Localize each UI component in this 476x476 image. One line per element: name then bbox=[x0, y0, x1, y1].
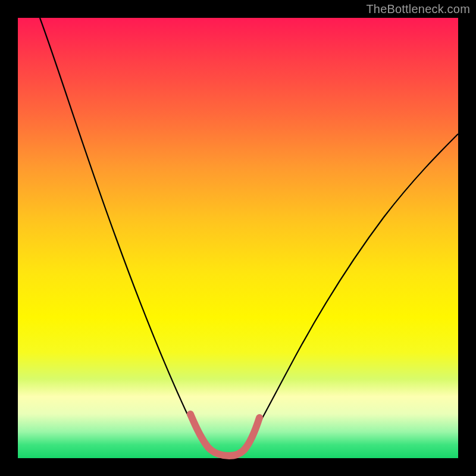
watermark-text: TheBottleneck.com bbox=[366, 2, 470, 16]
plot-area bbox=[18, 18, 458, 458]
left-curve bbox=[40, 18, 204, 445]
right-curve bbox=[247, 134, 458, 445]
chart-frame: TheBottleneck.com bbox=[0, 0, 476, 476]
curve-layer bbox=[18, 18, 458, 458]
valley-highlight bbox=[190, 414, 259, 456]
